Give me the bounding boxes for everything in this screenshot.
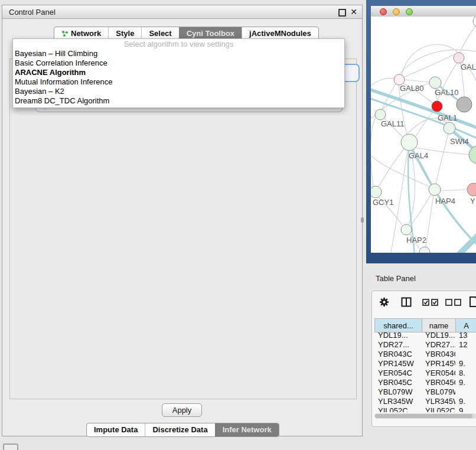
- table-panel-header: Table Panel: [366, 263, 476, 291]
- export-table-icon[interactable]: [469, 296, 476, 308]
- dropdown-item[interactable]: Bayesian – K2: [13, 87, 344, 96]
- network-view-window: GAL7 GAL80 GAL10 GAL1 GAL11 SWI4 GAL4 GC…: [371, 6, 476, 253]
- docked-panel-icon[interactable]: [3, 444, 18, 450]
- table-row[interactable]: YBR045CYBR045C9.: [374, 377, 476, 387]
- network-node-gal11[interactable]: [375, 109, 386, 120]
- node-label: GAL1: [438, 113, 457, 122]
- tab-infer-network[interactable]: Infer Network: [215, 423, 279, 436]
- control-panel-title: Control Panel: [9, 8, 56, 17]
- minimize-traffic-light-icon[interactable]: [393, 8, 400, 15]
- node-label: HAP4: [435, 197, 455, 206]
- control-panel-titlebar[interactable]: Control Panel ✕: [2, 5, 362, 19]
- network-node-green-large[interactable]: [469, 146, 476, 164]
- dropdown-item[interactable]: Mutual Information Inference: [13, 77, 344, 87]
- table-row[interactable]: YBR043CYBR043C: [374, 349, 476, 358]
- node-label: GCY1: [373, 198, 393, 207]
- close-traffic-light-icon[interactable]: [380, 8, 387, 15]
- close-icon[interactable]: ✕: [350, 7, 357, 17]
- node-table-rows: YDL19...YDL19...13 YDR27...YDR27...12 YB…: [374, 330, 476, 412]
- node-label: GAL4: [409, 151, 428, 160]
- table-row[interactable]: YLR345WYLR345W9.: [374, 396, 476, 406]
- deselect-all-checkboxes-icon[interactable]: [445, 299, 461, 306]
- table-row[interactable]: YDL19...YDL19...13: [374, 330, 476, 340]
- network-node-gal10[interactable]: [429, 77, 441, 89]
- network-canvas[interactable]: GAL7 GAL80 GAL10 GAL1 GAL11 SWI4 GAL4 GC…: [371, 17, 476, 253]
- network-node-gcy1[interactable]: [371, 186, 382, 198]
- node-label: GAL10: [435, 88, 458, 97]
- table-row[interactable]: YDR27...YDR27...12: [374, 340, 476, 349]
- dropdown-item-selected[interactable]: ARACNE Algorithm: [13, 68, 344, 77]
- tab-discretize-data[interactable]: Discretize Data: [145, 423, 214, 436]
- network-node-gal7[interactable]: [454, 53, 464, 63]
- network-node-gal4[interactable]: [401, 134, 418, 151]
- table-panel: shared... name A YDL19...YDL19...13 YDR2…: [371, 291, 476, 427]
- network-node-hap2[interactable]: [401, 224, 412, 235]
- apply-button[interactable]: Apply: [162, 403, 202, 417]
- network-node-gray[interactable]: [457, 97, 472, 112]
- table-panel-title: Table Panel: [376, 274, 416, 283]
- node-label: GAL7: [461, 63, 476, 71]
- columns-icon[interactable]: [401, 297, 412, 307]
- table-row[interactable]: YBL079WYBL079W: [374, 387, 476, 396]
- panel-splitter-handle[interactable]: [361, 217, 364, 223]
- node-label: HAP2: [406, 236, 426, 244]
- algorithm-dropdown-prompt: Select algorithm to view settings: [13, 39, 344, 49]
- node-label: GAL11: [381, 119, 405, 128]
- cyni-bottom-tabbar: Impute Data Discretize Data Infer Networ…: [86, 423, 279, 437]
- gear-icon[interactable]: [379, 297, 389, 307]
- network-node-swi4[interactable]: [444, 122, 455, 134]
- node-label: Y: [470, 197, 475, 206]
- dropdown-item[interactable]: Bayesian – Hill Climbing: [13, 49, 344, 58]
- application-root: Control Panel ✕ Network Style Select Cyn…: [0, 0, 476, 450]
- table-row[interactable]: YIL052CYIL052C9: [374, 406, 476, 412]
- table-row[interactable]: YER054CYER054C8.: [374, 368, 476, 377]
- network-node-salmon[interactable]: [467, 183, 476, 196]
- network-node[interactable]: [419, 247, 430, 253]
- select-all-checkboxes-icon[interactable]: [422, 299, 438, 306]
- network-window-titlebar[interactable]: [371, 6, 476, 17]
- node-label: SWI4: [450, 137, 469, 146]
- algorithm-dropdown-popup: Select algorithm to view settings Bayesi…: [12, 38, 345, 108]
- dropdown-item[interactable]: Basic Correlation Inference: [13, 58, 344, 68]
- node-label: GAL80: [400, 84, 423, 93]
- network-node-gal1[interactable]: [432, 101, 442, 112]
- table-row[interactable]: YPR145WYPR145W9.: [374, 358, 476, 368]
- float-window-icon[interactable]: [338, 9, 346, 17]
- tab-impute-data[interactable]: Impute Data: [87, 423, 145, 436]
- dropdown-item[interactable]: Dream8 DC_TDC Algorithm: [13, 96, 344, 106]
- network-view-frame: GAL7 GAL80 GAL10 GAL1 GAL11 SWI4 GAL4 GC…: [366, 0, 476, 263]
- network-tab-icon: [61, 30, 69, 37]
- network-node[interactable]: [473, 17, 476, 27]
- network-node-hap4[interactable]: [429, 184, 441, 195]
- control-panel-window: Control Panel ✕ Network Style Select Cyn…: [2, 5, 363, 436]
- table-horizontal-scrollbar[interactable]: [374, 413, 476, 419]
- zoom-traffic-light-icon[interactable]: [406, 8, 413, 15]
